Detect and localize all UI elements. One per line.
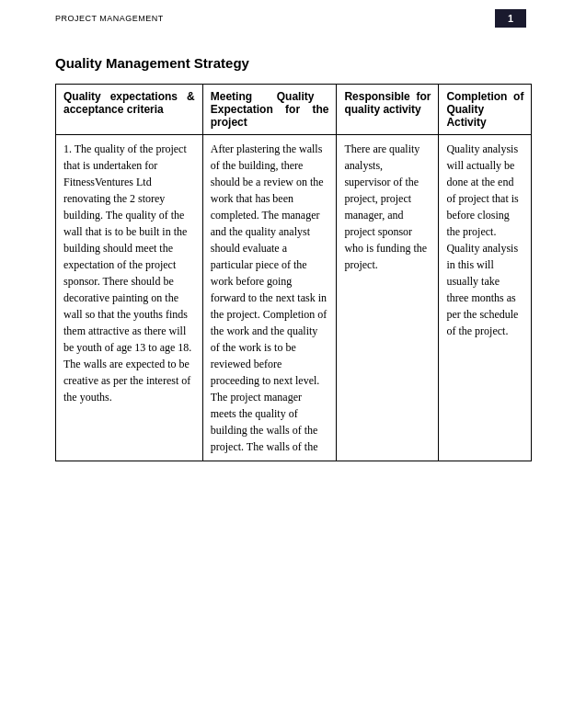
page-number: 1 <box>495 9 526 28</box>
cell-row1-col3: There are quality analysts, supervisor o… <box>337 135 439 461</box>
cell-row1-col2: After plastering the walls of the buildi… <box>202 135 337 461</box>
page-header: PROJECT MANAGEMENT 1 <box>0 0 563 37</box>
column-header-3: Responsible for quality activity <box>337 85 439 135</box>
document-title: PROJECT MANAGEMENT <box>55 14 164 23</box>
column-header-2: Meeting Quality Expectation for the proj… <box>202 85 337 135</box>
page-content: Quality Management Strategy Quality expe… <box>0 37 563 480</box>
col3-line1: Responsible for <box>344 90 431 103</box>
table-header-row: Quality expectations & acceptance criter… <box>56 85 532 135</box>
col3-line2: quality activity <box>344 103 431 116</box>
page: PROJECT MANAGEMENT 1 Quality Management … <box>0 0 563 728</box>
column-header-1: Quality expectations & acceptance criter… <box>56 85 203 135</box>
col4-line2: Quality <box>446 103 523 116</box>
col4-line3: Activity <box>446 116 523 129</box>
col1-line2: acceptance criteria <box>63 103 195 116</box>
section-title: Quality Management Strategy <box>55 55 526 71</box>
cell-row1-col4: Quality analysis will actually be done a… <box>439 135 532 461</box>
col2-line1: Meeting Quality <box>211 90 329 103</box>
col4-line1: Completion of <box>446 90 523 103</box>
col1-line1: Quality expectations & <box>63 90 195 103</box>
quality-management-table: Quality expectations & acceptance criter… <box>55 84 532 461</box>
cell-row1-col1: 1. The quality of the project that is un… <box>56 135 203 461</box>
col2-line2: Expectation for the <box>211 103 329 116</box>
col2-line3: project <box>211 116 329 129</box>
table-row: 1. The quality of the project that is un… <box>56 135 532 461</box>
column-header-4: Completion of Quality Activity <box>439 85 532 135</box>
